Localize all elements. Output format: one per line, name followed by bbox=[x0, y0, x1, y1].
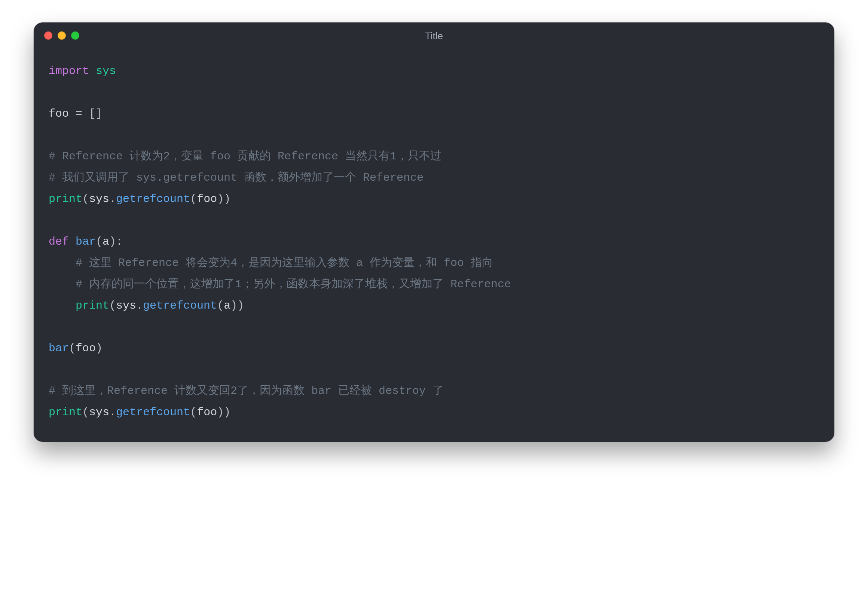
token-pn: = bbox=[76, 108, 82, 120]
token-fn: bar bbox=[48, 342, 69, 354]
token-cm: # 内存的同一个位置，这增加了1；另外，函数本身加深了堆栈，又增加了 Refer… bbox=[76, 278, 511, 291]
token-bi: print bbox=[48, 193, 82, 205]
code-line: # 我们又调用了 sys.getrefcount 函数，额外增加了一个 Refe… bbox=[48, 167, 820, 189]
token-cm: # 这里 Reference 将会变为4，是因为这里输入参数 a 作为变量，和 … bbox=[76, 257, 493, 269]
code-line: import sys bbox=[48, 61, 820, 82]
token-id: sys bbox=[89, 193, 109, 205]
token-fn: getrefcount bbox=[116, 193, 190, 205]
token-pn: ( bbox=[190, 406, 197, 418]
token-fn: bar bbox=[76, 235, 96, 248]
code-editor[interactable]: import sys foo = [] # Reference 计数为2，变量 … bbox=[34, 49, 834, 442]
token-id: sys bbox=[116, 299, 136, 312]
token-pn: ( bbox=[217, 299, 224, 312]
titlebar: Title bbox=[34, 22, 834, 49]
window-title: Title bbox=[425, 30, 443, 42]
token-id: a bbox=[103, 235, 109, 248]
token-cm: # 到这里，Reference 计数又变回2了，因为函数 bar 已经被 des… bbox=[48, 384, 444, 397]
zoom-icon[interactable] bbox=[71, 31, 79, 40]
code-line: def bar(a): bbox=[48, 231, 820, 253]
code-line bbox=[48, 82, 820, 103]
code-line bbox=[48, 210, 820, 231]
token-bi: print bbox=[48, 406, 82, 418]
token-pn: ( bbox=[109, 299, 116, 312]
token-pn: ): bbox=[109, 235, 123, 248]
token-pn: ( bbox=[190, 193, 197, 205]
code-line bbox=[48, 125, 820, 146]
token-id: foo bbox=[197, 193, 217, 205]
token-id: foo bbox=[76, 342, 96, 354]
code-line: foo = [] bbox=[48, 103, 820, 125]
token-id: foo bbox=[48, 108, 76, 120]
token-pn: . bbox=[109, 406, 116, 418]
code-line: print(sys.getrefcount(foo)) bbox=[48, 189, 820, 210]
token-pn: ( bbox=[82, 193, 89, 205]
token-id bbox=[48, 299, 76, 312]
token-pn: ( bbox=[82, 406, 89, 418]
token-id: foo bbox=[197, 406, 217, 418]
close-icon[interactable] bbox=[44, 31, 52, 40]
token-id: a bbox=[224, 299, 231, 312]
token-id bbox=[48, 257, 76, 269]
code-line: # 内存的同一个位置，这增加了1；另外，函数本身加深了堆栈，又增加了 Refer… bbox=[48, 274, 820, 295]
token-id bbox=[48, 278, 76, 291]
token-kw: import bbox=[48, 65, 89, 77]
token-id: sys bbox=[89, 406, 109, 418]
token-id bbox=[82, 108, 89, 120]
token-pn: )) bbox=[217, 406, 231, 418]
token-pn: . bbox=[136, 299, 143, 312]
code-line bbox=[48, 317, 820, 338]
token-pn: . bbox=[109, 193, 116, 205]
token-fn: getrefcount bbox=[143, 299, 217, 312]
token-pn: ( bbox=[69, 342, 76, 354]
token-pn: [] bbox=[89, 108, 103, 120]
token-kw: def bbox=[48, 235, 69, 248]
token-pn: )) bbox=[217, 193, 231, 205]
code-line: print(sys.getrefcount(a)) bbox=[48, 295, 820, 317]
token-cm: # 我们又调用了 sys.getrefcount 函数，额外增加了一个 Refe… bbox=[48, 171, 423, 184]
token-bi: print bbox=[76, 299, 109, 312]
token-pn: ) bbox=[96, 342, 103, 354]
code-line: # 到这里，Reference 计数又变回2了，因为函数 bar 已经被 des… bbox=[48, 381, 820, 402]
token-pn: )) bbox=[231, 299, 244, 312]
token-id bbox=[69, 235, 76, 248]
token-pn bbox=[89, 65, 96, 77]
token-fn: getrefcount bbox=[116, 406, 190, 418]
token-pn: ( bbox=[96, 235, 103, 248]
code-line bbox=[48, 359, 820, 381]
token-cm: # Reference 计数为2，变量 foo 贡献的 Reference 当然… bbox=[48, 150, 442, 163]
code-line: bar(foo) bbox=[48, 338, 820, 359]
code-line: # Reference 计数为2，变量 foo 贡献的 Reference 当然… bbox=[48, 146, 820, 167]
window-controls bbox=[44, 31, 79, 40]
code-line: # 这里 Reference 将会变为4，是因为这里输入参数 a 作为变量，和 … bbox=[48, 253, 820, 274]
minimize-icon[interactable] bbox=[58, 31, 66, 40]
token-bi: sys bbox=[96, 65, 116, 77]
code-line: print(sys.getrefcount(foo)) bbox=[48, 402, 820, 423]
code-window: Title import sys foo = [] # Reference 计数… bbox=[34, 22, 834, 442]
